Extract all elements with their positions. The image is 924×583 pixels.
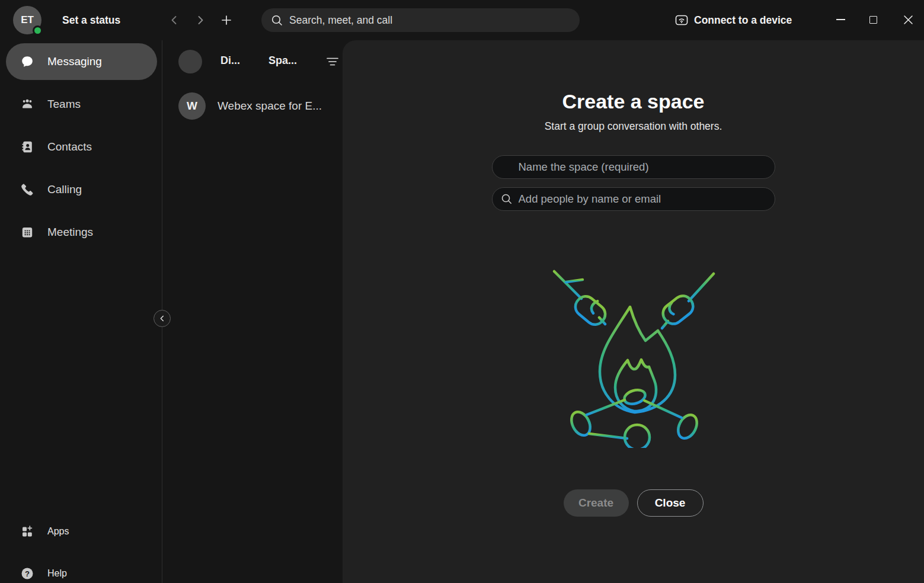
calendar-icon xyxy=(20,225,34,239)
close-window-button[interactable] xyxy=(896,7,920,32)
sidebar-item-apps[interactable]: Apps xyxy=(0,510,162,553)
space-avatar-placeholder[interactable] xyxy=(178,50,202,73)
svg-text:?: ? xyxy=(25,569,30,578)
create-button[interactable]: Create xyxy=(564,489,629,517)
back-button[interactable] xyxy=(166,12,183,28)
page-title: Create a space xyxy=(562,90,704,113)
collapse-panel-button[interactable] xyxy=(154,310,171,327)
profile-avatar[interactable]: ET xyxy=(13,6,41,34)
sidebar-item-label: Messaging xyxy=(47,55,102,68)
sidebar-item-teams[interactable]: Teams xyxy=(0,83,162,126)
minimize-icon xyxy=(836,19,845,20)
close-icon xyxy=(903,15,913,25)
filter-icon xyxy=(326,56,339,67)
top-bar: ET Set a status xyxy=(0,0,924,40)
sidebar-item-label: Meetings xyxy=(47,226,93,239)
forward-button[interactable] xyxy=(192,12,209,28)
tab-direct[interactable]: Di... xyxy=(220,55,240,67)
connect-to-device-button[interactable]: Connect to a device xyxy=(674,0,792,40)
close-button[interactable]: Close xyxy=(637,489,704,517)
filter-button[interactable] xyxy=(324,53,341,70)
chevron-right-icon xyxy=(193,13,207,27)
search-input[interactable] xyxy=(289,14,570,27)
add-people-field xyxy=(492,187,775,211)
space-avatar: W xyxy=(178,92,206,120)
plus-icon xyxy=(219,13,234,27)
space-name-input[interactable] xyxy=(492,155,775,179)
sidebar-item-help[interactable]: ? Help xyxy=(0,552,162,583)
dialog-actions: Create Close xyxy=(564,489,704,517)
minimize-button[interactable] xyxy=(828,7,853,32)
chevron-left-icon xyxy=(167,13,181,27)
search-icon xyxy=(500,193,513,206)
maximize-icon xyxy=(869,16,877,24)
maximize-button[interactable] xyxy=(861,7,885,32)
space-name-field xyxy=(492,155,775,179)
page-subtitle: Start a group conversation with others. xyxy=(545,120,722,133)
tab-spaces[interactable]: Spa... xyxy=(268,55,297,67)
chat-bubble-icon xyxy=(20,55,34,69)
conversation-list-panel: Di... Spa... W Webex space for E... xyxy=(162,40,343,583)
sidebar-item-label: Calling xyxy=(47,183,82,196)
campfire-illustration xyxy=(545,263,722,450)
add-people-input[interactable] xyxy=(492,187,775,211)
primary-sidebar: Messaging Teams xyxy=(0,40,162,583)
device-icon xyxy=(674,13,689,27)
sidebar-item-meetings[interactable]: Meetings xyxy=(0,211,162,254)
search-icon xyxy=(271,14,283,27)
sidebar-item-calling[interactable]: Calling xyxy=(0,168,162,211)
chevron-left-icon xyxy=(159,315,165,322)
sidebar-item-messaging[interactable]: Messaging xyxy=(6,43,157,80)
global-search[interactable] xyxy=(261,8,580,32)
sidebar-item-label: Teams xyxy=(47,98,81,111)
webex-app-window: ET Set a status xyxy=(0,0,924,583)
create-space-panel: Create a space Start a group conversatio… xyxy=(343,40,924,583)
sidebar-item-label: Help xyxy=(47,568,67,579)
address-book-icon xyxy=(20,140,34,154)
phone-icon xyxy=(20,182,34,197)
teams-people-icon xyxy=(20,97,34,111)
sidebar-item-contacts[interactable]: Contacts xyxy=(0,126,162,168)
help-question-icon: ? xyxy=(20,566,34,581)
set-status-button[interactable]: Set a status xyxy=(62,0,120,40)
add-button[interactable] xyxy=(218,12,235,28)
list-header: Di... Spa... xyxy=(162,40,343,87)
sidebar-item-label: Apps xyxy=(47,526,69,537)
connect-to-device-label: Connect to a device xyxy=(694,14,792,27)
list-item[interactable]: W Webex space for E... xyxy=(162,87,343,125)
sidebar-item-label: Contacts xyxy=(47,140,92,153)
presence-status-dot xyxy=(33,25,43,36)
space-title: Webex space for E... xyxy=(218,100,322,113)
apps-grid-icon xyxy=(20,524,34,539)
